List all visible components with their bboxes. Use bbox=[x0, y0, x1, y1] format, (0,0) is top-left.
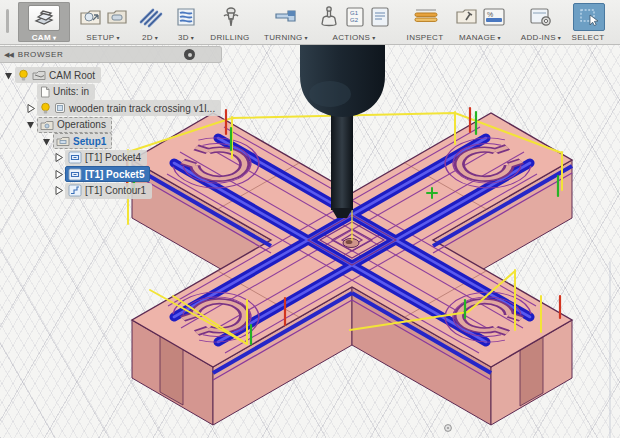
addins-icon bbox=[529, 6, 553, 28]
collapse-panel-icon[interactable]: ◀◀ bbox=[4, 51, 13, 59]
expand-arrow-icon[interactable] bbox=[24, 118, 37, 131]
browser-tree: CAM Root Units: in wooden train track cr… bbox=[0, 67, 240, 199]
measure-icon bbox=[412, 7, 440, 27]
new-setup-icon[interactable] bbox=[79, 6, 103, 28]
toolbar-group-actions[interactable]: G1G2 ACTIONS▾ bbox=[312, 0, 396, 44]
tree-item-contour1[interactable]: [T1] Contour1 bbox=[52, 183, 240, 200]
tree-label: CAM Root bbox=[49, 70, 95, 81]
workspace-label: CAM bbox=[32, 33, 51, 42]
main-toolbar: CAM▾ SETUP▾ 2D▾ 3D▾ DRILLING TURNING▾ G1… bbox=[0, 0, 620, 45]
tree-item-operations[interactable]: Operations bbox=[24, 117, 240, 134]
tree-item-units[interactable]: Units: in bbox=[24, 84, 240, 101]
toolbar-drag-handle[interactable] bbox=[6, 9, 9, 33]
addins-label: ADD-INS bbox=[521, 33, 556, 42]
origin-point bbox=[445, 425, 452, 432]
select-label: SELECT bbox=[572, 33, 605, 42]
toolbar-group-inspect[interactable]: INSPECT bbox=[404, 0, 448, 44]
toolbar-group-drilling[interactable]: DRILLING bbox=[208, 0, 254, 44]
caret-down-icon: ▾ bbox=[305, 34, 308, 41]
component-icon bbox=[54, 102, 66, 114]
fusion-cam-workspace: { "app": {"name": "Fusion 360 CAM worksp… bbox=[0, 0, 620, 438]
lathe-icon bbox=[273, 6, 299, 28]
3d-label: 3D bbox=[178, 33, 189, 42]
tree-label: Units: in bbox=[53, 86, 89, 97]
svg-text:G1: G1 bbox=[350, 10, 359, 16]
collapsed-arrow-icon[interactable] bbox=[24, 102, 37, 115]
browser-options-icon[interactable] bbox=[184, 49, 195, 60]
simulate-icon[interactable] bbox=[317, 5, 341, 29]
actions-label: ACTIONS bbox=[333, 33, 371, 42]
lightbulb-icon[interactable] bbox=[18, 69, 29, 82]
feeds-speeds-icon[interactable]: % bbox=[482, 6, 506, 28]
inspect-label: INSPECT bbox=[407, 33, 444, 42]
pocket-operation-icon bbox=[68, 151, 82, 164]
setup-folder-icon[interactable] bbox=[106, 7, 128, 27]
browser-title: BROWSER bbox=[18, 50, 184, 59]
2d-milling-icon bbox=[137, 6, 163, 28]
tree-label: [T1] Contour1 bbox=[85, 185, 146, 196]
turning-label: TURNING bbox=[264, 33, 303, 42]
tree-label: Setup1 bbox=[73, 136, 106, 147]
tree-item-pocket5[interactable]: [T1] Pocket5 bbox=[52, 166, 240, 183]
expand-arrow-icon[interactable] bbox=[2, 69, 15, 82]
3d-milling-icon bbox=[174, 6, 198, 28]
lightbulb-icon[interactable] bbox=[40, 102, 51, 115]
contour-operation-icon bbox=[68, 184, 82, 197]
svg-text:G2: G2 bbox=[350, 17, 359, 23]
toolbar-group-setup[interactable]: SETUP▾ bbox=[74, 0, 132, 44]
caret-down-icon: ▾ bbox=[191, 34, 194, 41]
setup-sheet-icon[interactable] bbox=[369, 5, 391, 29]
tree-label: Operations bbox=[57, 119, 106, 130]
tree-label: [T1] Pocket5 bbox=[85, 169, 144, 180]
manage-label: MANAGE bbox=[459, 33, 495, 42]
caret-down-icon: ▾ bbox=[53, 34, 56, 41]
tool-library-icon[interactable] bbox=[455, 6, 479, 28]
browser-panel: ◀◀ BROWSER CAM Root Units: in wo bbox=[0, 46, 240, 199]
toolbar-group-manage[interactable]: % MANAGE▾ bbox=[450, 0, 510, 44]
caret-down-icon: ▾ bbox=[498, 34, 501, 41]
pocket-operation-icon bbox=[68, 168, 82, 181]
caret-down-icon: ▾ bbox=[155, 34, 158, 41]
setup-label: SETUP bbox=[86, 33, 114, 42]
tree-item-pocket4[interactable]: [T1] Pocket4 bbox=[52, 150, 240, 167]
toolbar-group-2d[interactable]: 2D▾ bbox=[134, 0, 166, 44]
tree-item-cam-root[interactable]: CAM Root bbox=[2, 67, 240, 84]
tree-label: [T1] Pocket4 bbox=[85, 152, 141, 163]
drilling-label: DRILLING bbox=[210, 33, 249, 42]
caret-down-icon: ▾ bbox=[116, 34, 119, 41]
caret-down-icon: ▾ bbox=[558, 34, 561, 41]
expand-arrow-icon[interactable] bbox=[40, 135, 53, 148]
cam-workspace-icon bbox=[28, 5, 60, 31]
operations-folder-icon bbox=[40, 119, 54, 131]
workspace-switcher-cam[interactable]: CAM▾ bbox=[18, 2, 70, 42]
toolbar-group-3d[interactable]: 3D▾ bbox=[170, 0, 202, 44]
document-icon bbox=[40, 86, 50, 98]
toolbar-group-select[interactable]: SELECT bbox=[568, 0, 610, 44]
setup-icon bbox=[56, 135, 70, 147]
tree-item-setup1[interactable]: Setup1 bbox=[40, 133, 240, 150]
cam-root-icon bbox=[32, 69, 46, 81]
tree-item-component[interactable]: wooden train track crossing v1I... bbox=[24, 100, 240, 117]
caret-down-icon: ▾ bbox=[372, 34, 375, 41]
collapsed-arrow-icon[interactable] bbox=[52, 184, 65, 197]
drill-icon bbox=[219, 5, 243, 29]
select-cursor-icon bbox=[573, 3, 605, 31]
post-process-icon[interactable]: G1G2 bbox=[344, 5, 366, 29]
collapsed-arrow-icon[interactable] bbox=[52, 151, 65, 164]
svg-text:%: % bbox=[487, 11, 493, 18]
toolbar-group-turning[interactable]: TURNING▾ bbox=[260, 0, 312, 44]
toolbar-group-addins[interactable]: ADD-INS▾ bbox=[518, 0, 564, 44]
collapsed-arrow-icon[interactable] bbox=[52, 168, 65, 181]
tree-label: wooden train track crossing v1I... bbox=[69, 103, 215, 114]
2d-label: 2D bbox=[142, 33, 153, 42]
browser-header[interactable]: ◀◀ BROWSER bbox=[0, 46, 222, 63]
